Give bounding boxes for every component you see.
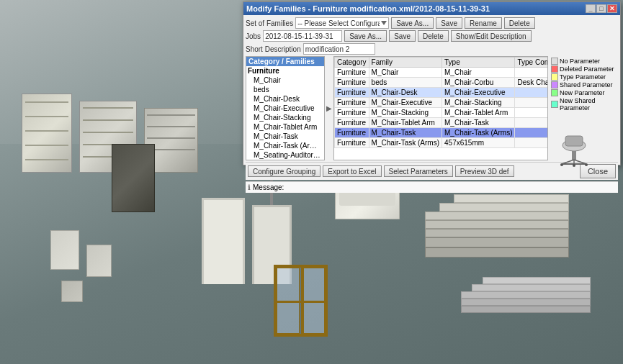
- col-type: Type: [442, 58, 515, 68]
- cell-type: M_Chair-Stacking: [442, 98, 515, 108]
- legend-panel: No Parameter Deleted Parameter Type Para…: [550, 56, 618, 160]
- save-as-button-2[interactable]: Save As...: [344, 30, 387, 42]
- titlebar-buttons: _ □ ✕: [586, 4, 617, 13]
- tree-item-mchair-stack[interactable]: M_Chair-Stacking: [246, 113, 324, 122]
- cell-category: Furniture: [335, 78, 369, 88]
- shelf-unit-1: [22, 94, 72, 173]
- cell-category: Furniture: [335, 68, 369, 78]
- svg-rect-1: [565, 136, 583, 146]
- cell-type-comments: [515, 88, 548, 98]
- legend-shared-color: [551, 81, 558, 88]
- save-button[interactable]: Save: [436, 17, 462, 29]
- cell-family: M_Chair: [369, 68, 442, 78]
- cell-type-comments: [515, 108, 548, 118]
- export-to-excel-button[interactable]: Export to Excel: [323, 165, 381, 177]
- set-of-families-row: Set of Families -- Please Select Configu…: [246, 17, 618, 29]
- message-icon: ℹ: [248, 183, 251, 191]
- cell-category: Furniture: [335, 128, 369, 138]
- tree-header: Category / Families: [246, 57, 324, 66]
- legend-type-color: [551, 73, 558, 81]
- tree-item-mchair-desk[interactable]: M_Chair-Desk: [246, 94, 324, 104]
- legend-new-shared-label: New Shared Parameter: [560, 97, 617, 112]
- save-as-button-top[interactable]: Save As...: [391, 17, 434, 29]
- legend-new-color: [551, 89, 558, 96]
- svg-rect-2: [572, 151, 576, 160]
- maximize-button[interactable]: □: [596, 4, 606, 13]
- dialog-body: Set of Families -- Please Select Configu…: [243, 15, 620, 195]
- dialog-title: Modify Families - Furniture modification…: [246, 4, 490, 13]
- legend-no-param-color: [551, 58, 558, 65]
- table-row[interactable]: Furniture beds M_Chair-Corbu Desk Chair …: [335, 78, 549, 88]
- tree-item-mseating[interactable]: M_Seating-Auditorium: [246, 150, 324, 160]
- expand-arrow[interactable]: ▶: [326, 56, 332, 160]
- show-edit-description-button[interactable]: Show/Edit Description: [451, 30, 532, 42]
- main-content-area: Category / Families Furniture M_Chair be…: [246, 56, 618, 160]
- jobs-row: Jobs Save As... Save Delete Show/Edit De…: [246, 30, 618, 42]
- cell-type-comments: [515, 118, 548, 128]
- tree-item-mchair-task[interactable]: M_Chair-Task: [246, 132, 324, 141]
- save-button-2[interactable]: Save: [389, 30, 416, 42]
- tree-item-furniture[interactable]: Furniture: [246, 66, 324, 76]
- cell-type-comments: [515, 128, 548, 138]
- legend-type-label: Type Parameter: [560, 73, 606, 81]
- block-2: [86, 245, 112, 277]
- cell-type-comments: [515, 68, 548, 78]
- svg-point-9: [573, 164, 575, 167]
- delete-button[interactable]: Delete: [504, 17, 535, 29]
- legend-deleted-color: [551, 65, 558, 73]
- dark-cabinet: [112, 144, 155, 212]
- col-family: Family: [369, 58, 442, 68]
- tree-item-mchair-task-arms[interactable]: M_Chair-Task (Arms): [246, 141, 324, 150]
- cell-type: M_Chair-Corbu: [442, 78, 515, 88]
- tree-item-beds[interactable]: beds: [246, 85, 324, 94]
- dialog-titlebar: Modify Families - Furniture modification…: [243, 2, 620, 15]
- short-description-label: Short Description: [246, 45, 301, 53]
- legend-new-label: New Parameter: [560, 89, 605, 96]
- legend-type-param: Type Parameter: [551, 73, 617, 81]
- block-3: [61, 281, 83, 302]
- configure-grouping-button[interactable]: Configure Grouping: [248, 165, 321, 177]
- tree-item-mchair[interactable]: M_Chair: [246, 76, 324, 85]
- set-of-families-dropdown[interactable]: -- Please Select Configuration --: [295, 17, 389, 29]
- cell-family: M_Chair-Task: [369, 128, 442, 138]
- jobs-input[interactable]: [263, 30, 342, 42]
- close-title-button[interactable]: ✕: [607, 4, 617, 13]
- cell-type-comments: Desk Chair: [515, 78, 548, 88]
- table-row[interactable]: Furniture M_Chair-Desk M_Chair-Executive…: [335, 88, 549, 98]
- cell-family: beds: [369, 78, 442, 88]
- cell-type-comments: [515, 138, 548, 148]
- table-row[interactable]: Furniture M_Chair-Stacking M_Chair-Table…: [335, 108, 549, 118]
- short-description-input[interactable]: [303, 43, 375, 55]
- message-bar: ℹ Message:: [246, 181, 618, 193]
- table-row[interactable]: Furniture M_Chair M_Chair Textile - Bamb…: [335, 68, 549, 78]
- legend-new-param: New Parameter: [551, 89, 617, 96]
- table-row[interactable]: Furniture M_Chair-Tablet Arm M_Chair-Tas…: [335, 118, 549, 128]
- door-frame: [202, 198, 245, 284]
- table-row[interactable]: Furniture M_Chair-Executive M_Chair-Stac…: [335, 98, 549, 108]
- glass-door: [274, 265, 328, 337]
- cell-family: M_Chair-Tablet Arm: [369, 118, 442, 128]
- tree-item-mchair-exec[interactable]: M_Chair-Executive: [246, 104, 324, 113]
- table-row[interactable]: Furniture M_Chair-Task (Arms) 457x615mm …: [335, 138, 549, 148]
- tree-panel: Category / Families Furniture M_Chair be…: [246, 56, 325, 160]
- cell-family: M_Chair-Stacking: [369, 108, 442, 118]
- cell-category: Furniture: [335, 98, 369, 108]
- minimize-button[interactable]: _: [586, 4, 596, 13]
- chair-preview: [549, 130, 599, 170]
- legend-no-param: No Parameter: [551, 58, 617, 65]
- block-1: [50, 230, 79, 270]
- cell-type: M_Chair-Task: [442, 118, 515, 128]
- select-parameters-button[interactable]: Select Parameters: [384, 165, 453, 177]
- legend-deleted-param: Deleted Parameter: [551, 65, 617, 73]
- preview-3d-button[interactable]: Preview 3D def: [455, 165, 514, 177]
- rename-button[interactable]: Rename: [465, 17, 502, 29]
- delete-button-2[interactable]: Delete: [418, 30, 449, 42]
- table-row-selected[interactable]: Furniture M_Chair-Task M_Chair-Task (Arm…: [335, 128, 549, 138]
- tree-item-mchair-tablet[interactable]: M_Chair-Tablet Arm: [246, 122, 324, 132]
- cell-family: M_Chair-Executive: [369, 98, 442, 108]
- cell-type: M_Chair-Executive: [442, 88, 515, 98]
- legend-shared-param: Shared Parameter: [551, 81, 617, 88]
- col-category: Category: [335, 58, 369, 68]
- modify-families-dialog: Modify Families - Furniture modification…: [243, 1, 621, 165]
- data-table-container[interactable]: Category Family Type Type Comments Param…: [333, 56, 548, 160]
